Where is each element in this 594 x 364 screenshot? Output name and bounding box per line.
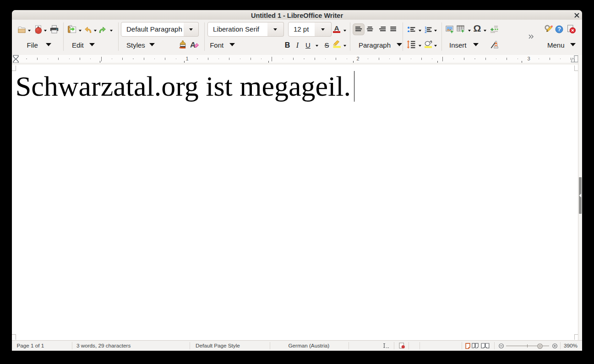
svg-text:?: ? bbox=[557, 26, 561, 33]
svg-text:2: 2 bbox=[425, 29, 427, 33]
